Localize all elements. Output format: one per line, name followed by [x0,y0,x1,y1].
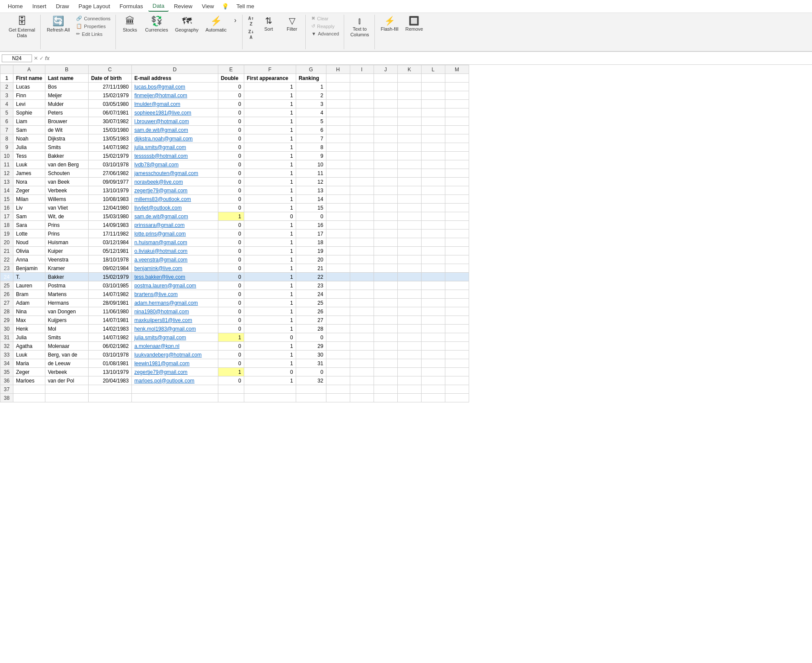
cell-k-28[interactable] [397,307,421,316]
email-link[interactable]: henk.mol1983@gmail.com [134,326,196,332]
email-link[interactable]: l.brouwer@hotmail.com [134,118,189,124]
cell-c-36[interactable]: 20/04/1983 [88,376,131,385]
email-link[interactable]: postma.lauren@gmail.com [134,283,196,289]
cell-i-19[interactable] [350,230,374,238]
cell-k-13[interactable] [397,178,421,186]
cell-e-1[interactable]: Double [218,74,244,83]
email-link[interactable]: lmulder@gmail.com [134,101,180,107]
cell-f-22[interactable]: 1 [244,255,296,264]
cell-j-5[interactable] [374,108,397,117]
cell-e-5[interactable]: 0 [218,108,244,117]
cell-b-24[interactable]: Bakker [45,273,88,281]
refresh-all-button[interactable]: 🔄 Refresh All [44,15,72,35]
cell-m-18[interactable] [445,221,469,230]
cell-a-12[interactable]: James [13,169,45,178]
cell-c-7[interactable]: 15/03/1980 [88,126,131,134]
cell-k-21[interactable] [397,247,421,255]
cell-e-38[interactable] [218,394,244,402]
cell-f-15[interactable]: 1 [244,195,296,204]
cell-g-8[interactable]: 7 [296,134,326,143]
cell-i-11[interactable] [350,160,374,169]
cell-d-18[interactable]: prinssara@gmail.com [131,221,218,230]
row-number[interactable]: 16 [0,204,13,212]
cell-h-20[interactable] [326,238,350,247]
cell-c-25[interactable]: 03/10/1985 [88,281,131,290]
table-row[interactable]: 25LaurenPostma03/10/1985postma.lauren@gm… [0,281,469,290]
row-number[interactable]: 37 [0,385,13,394]
cell-j-30[interactable] [374,325,397,333]
cell-g-31[interactable]: 0 [296,333,326,342]
row-number[interactable]: 22 [0,255,13,264]
row-number[interactable]: 2 [0,83,13,91]
row-number[interactable]: 27 [0,299,13,307]
cell-b-23[interactable]: Kramer [45,264,88,273]
cell-e-29[interactable]: 0 [218,316,244,325]
table-row[interactable]: 15MilanWillems10/08/1983millems83@outloo… [0,195,469,204]
cell-m-16[interactable] [445,204,469,212]
table-row[interactable]: 9JuliaSmits14/07/1982julia.smits@gmail.c… [0,143,469,152]
cell-c-3[interactable]: 15/02/1979 [88,91,131,100]
cell-d-10[interactable]: tesssssb@hotmail.com [131,152,218,160]
email-link[interactable]: a.molenaar@kpn.nl [134,343,179,349]
cell-d-31[interactable]: julia.smits@gmail.com [131,333,218,342]
email-link[interactable]: zegertje79@gmail.com [134,369,188,375]
email-link[interactable]: lucas.bos@gmail.com [134,84,185,90]
cell-d-27[interactable]: adam.hermans@gmail.com [131,299,218,307]
cell-j-11[interactable] [374,160,397,169]
email-link[interactable]: jamesschouten@gmail.com [134,170,198,176]
table-row[interactable]: 5SophiePeters06/07/1981sophieee1981@live… [0,108,469,117]
cell-g-26[interactable]: 24 [296,290,326,299]
cell-h-32[interactable] [326,342,350,351]
cell-j-4[interactable] [374,100,397,108]
cell-g-4[interactable]: 3 [296,100,326,108]
cell-a-5[interactable]: Sophie [13,108,45,117]
row-number[interactable]: 32 [0,342,13,351]
cell-b-9[interactable]: Smits [45,143,88,152]
cell-c-24[interactable]: 15/02/1979 [88,273,131,281]
table-row[interactable]: 32AgathaMolenaar06/02/1982a.molenaar@kpn… [0,342,469,351]
cell-j-15[interactable] [374,195,397,204]
cell-k-16[interactable] [397,204,421,212]
row-number[interactable]: 13 [0,178,13,186]
cell-g-11[interactable]: 10 [296,160,326,169]
row-number[interactable]: 10 [0,152,13,160]
cell-m-17[interactable] [445,212,469,221]
cell-e-3[interactable]: 0 [218,91,244,100]
cell-a-14[interactable]: Zeger [13,186,45,195]
cell-j-25[interactable] [374,281,397,290]
table-row[interactable]: 29MaxKuijpers14/07/1981maxkuijpers81@liv… [0,316,469,325]
cell-g-7[interactable]: 6 [296,126,326,134]
cell-l-37[interactable] [421,385,445,394]
cell-j-10[interactable] [374,152,397,160]
cell-k-10[interactable] [397,152,421,160]
cell-d-11[interactable]: lvdb78@gmail.com [131,160,218,169]
cell-f-28[interactable]: 1 [244,307,296,316]
clear-button[interactable]: ✖ Clear [309,15,341,22]
cell-a-9[interactable]: Julia [13,143,45,152]
row-number[interactable]: 4 [0,100,13,108]
cell-j-20[interactable] [374,238,397,247]
cell-m-12[interactable] [445,169,469,178]
cell-d-30[interactable]: henk.mol1983@gmail.com [131,325,218,333]
cell-a-17[interactable]: Sam [13,212,45,221]
cell-h-28[interactable] [326,307,350,316]
cell-l-23[interactable] [421,264,445,273]
cell-j-23[interactable] [374,264,397,273]
cell-e-19[interactable]: 0 [218,230,244,238]
cell-k-14[interactable] [397,186,421,195]
col-header-l[interactable]: L [421,65,445,74]
table-row[interactable]: 22AnnaVeenstra18/10/1978a.veenstra@gmail… [0,255,469,264]
cell-e-2[interactable]: 0 [218,83,244,91]
cell-h-10[interactable] [326,152,350,160]
cell-c-35[interactable]: 13/10/1979 [88,368,131,376]
table-row[interactable]: 3FinnMeijer15/02/1979finmeijer@hotmail.c… [0,91,469,100]
table-row[interactable]: 19LottePrins17/11/1982lotte.prins@gmail.… [0,230,469,238]
cell-a-30[interactable]: Henk [13,325,45,333]
cell-l-33[interactable] [421,351,445,359]
table-row[interactable]: 23BenjaminKramer09/02/1984benjamink@live… [0,264,469,273]
cell-a-15[interactable]: Milan [13,195,45,204]
cell-k-19[interactable] [397,230,421,238]
cell-c-2[interactable]: 27/11/1980 [88,83,131,91]
email-link[interactable]: adam.hermans@gmail.com [134,300,198,306]
cell-f-29[interactable]: 1 [244,316,296,325]
